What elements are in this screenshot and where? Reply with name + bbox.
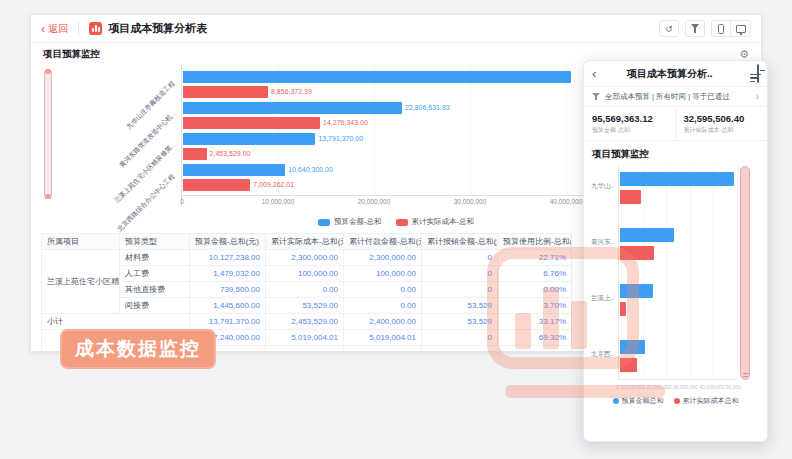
table-cell: 兰溪上苑住宅小区精装修第...	[42, 250, 120, 314]
table-cell: 小计	[42, 314, 190, 330]
table-cell: 0	[422, 266, 498, 282]
category-label: 黄河东..	[591, 238, 614, 247]
panel-section-title: 项目预算监控	[584, 141, 767, 164]
table-cell: 1,479,032.00	[190, 266, 266, 282]
kpi-budget: 95,569,363.12 预算金额-总和	[584, 107, 676, 140]
table-cell: 1,445,600.00	[190, 298, 266, 314]
gridline	[666, 166, 667, 379]
gear-icon[interactable]: ⚙	[739, 48, 749, 61]
legend-swatch	[396, 219, 408, 226]
refresh-icon: ↺	[665, 24, 673, 34]
kpi-budget-value: 95,569,363.12	[592, 113, 667, 124]
x-tick-label: 20,000,000	[358, 198, 391, 205]
category-label: 兰溪上..	[591, 294, 614, 303]
column-header: 累计付款金额-总和(元)	[344, 234, 422, 250]
table-cell: 间接费	[120, 298, 190, 314]
table-cell: 0	[422, 330, 498, 346]
x-tick-label: 40,000,000	[550, 198, 583, 205]
panel-filter-bar[interactable]: 全部成本预算 | 所有时间 | 等于已通过 ›	[584, 87, 767, 107]
kpi-row: 95,569,363.12 预算金额-总和 32,595,506.40 累计实际…	[584, 107, 767, 141]
table-cell: 2,453,529.00	[266, 314, 344, 330]
legend-dot	[613, 398, 619, 404]
table-row: 兰溪上苑住宅小区精装修第...材料费10,127,238.002,300,000…	[42, 250, 572, 266]
actual-bar	[620, 302, 626, 316]
desktop-preview-button[interactable]	[731, 20, 751, 37]
refresh-button[interactable]: ↺	[659, 20, 679, 37]
table-cell: 1,695,320.00	[344, 346, 422, 353]
category-label: 北京西..	[591, 350, 614, 359]
mobile-preview-panel: ‹ 项目成本预算分析.. 全部成本预算 | 所有时间 | 等于已通过 › 95,…	[583, 60, 768, 442]
actual-bar	[183, 86, 268, 98]
calendar-icon	[757, 64, 759, 83]
calendar-button[interactable]	[757, 65, 759, 83]
toolbar-divider	[78, 22, 79, 35]
table-cell: 3.70%	[498, 298, 572, 314]
table-cell: 739,500.00	[190, 282, 266, 298]
legend-item[interactable]: 累计实际成本总和	[674, 396, 739, 406]
budget-bar	[183, 133, 315, 145]
actual-bar	[183, 179, 250, 191]
legend-swatch	[318, 219, 330, 226]
table-cell: 0	[422, 346, 498, 353]
column-header: 预算金额-总和(元)	[190, 234, 266, 250]
table-cell: 53,529	[422, 314, 498, 330]
table-cell: 0.00%	[498, 282, 572, 298]
column-header: 预算使用比例-总和(%)	[498, 234, 572, 250]
budget-bar-label: 22,806,631.83	[405, 102, 450, 114]
datazoom-slider[interactable]	[44, 69, 52, 199]
legend-dot	[674, 398, 680, 404]
x-axis-line	[182, 195, 589, 196]
table-cell: 53,529.00	[266, 298, 344, 314]
toolbar: ‹ 返回 项目成本预算分析表 ↺	[31, 15, 761, 43]
filter-button[interactable]	[685, 20, 705, 37]
actual-bar	[620, 190, 641, 204]
actual-bar	[620, 358, 637, 372]
table-row: 其他直接费739,500.000.000.0000.00%	[42, 282, 572, 298]
kpi-budget-label: 预算金额-总和	[592, 126, 667, 135]
back-label: 返回	[48, 22, 68, 36]
table-cell: 100,000.00	[266, 266, 344, 282]
table-header-row: 所属项目预算类型预算金额-总和(元)累计实际成本-总和(元)累计付款金额-总和(…	[42, 234, 572, 250]
mobile-preview-button[interactable]	[711, 20, 731, 37]
gridline	[566, 65, 567, 195]
table-cell: 56.51%	[498, 346, 572, 353]
budget-bar	[183, 164, 285, 176]
chart-title: 项目预算监控	[43, 48, 100, 61]
kpi-actual-value: 32,595,506.40	[684, 113, 760, 124]
legend-label: 累计实际成本总和	[683, 396, 739, 406]
gridline	[737, 166, 738, 379]
legend-item[interactable]: 预算金额-总和	[318, 217, 382, 227]
panel-title: 项目成本预算分析..	[596, 67, 743, 81]
panel-bar-chart: 0 10,000,000 20,000,000 30,000,000 40,00…	[584, 164, 767, 416]
view-toggle	[711, 20, 751, 37]
table-cell: 0.00	[344, 282, 422, 298]
actual-bar-label: 7,009,262.01	[253, 179, 294, 191]
column-header: 累计报销金额-总和(元)	[422, 234, 498, 250]
column-header: 累计实际成本-总和(元)	[266, 234, 344, 250]
panel-scrollbar[interactable]	[740, 166, 750, 380]
column-header: 预算类型	[120, 234, 190, 250]
table-cell: 其他直接费	[120, 282, 190, 298]
table-cell: 33.17%	[498, 314, 572, 330]
panel-plot-area	[618, 166, 736, 380]
table-cell: 10,127,238.00	[190, 250, 266, 266]
legend-label: 预算金额-总和	[334, 217, 382, 227]
table-cell: 53,529	[422, 298, 498, 314]
gridline	[690, 166, 691, 379]
x-tick-label: 10,000,000	[262, 198, 295, 205]
actual-bar	[620, 246, 654, 260]
table-row: 间接费1,445,600.0053,529.000.0053,5293.70%	[42, 298, 572, 314]
back-button[interactable]: ‹ 返回	[41, 22, 68, 36]
table-cell: 0	[422, 282, 498, 298]
mobile-preview-icon	[718, 24, 724, 34]
table-cell: 13,791,370.00	[190, 314, 266, 330]
table-cell: 0.00	[344, 298, 422, 314]
gridline	[713, 166, 714, 379]
actual-bar-label: 14,276,343.00	[323, 117, 368, 129]
table-row: 小计13,791,370.002,453,529.002,400,000.005…	[42, 314, 572, 330]
legend-item[interactable]: 累计实际成本-总和	[396, 217, 475, 227]
legend-item[interactable]: 预算金额总和	[613, 396, 664, 406]
table-cell: 100,000.00	[344, 266, 422, 282]
category-label: 兰溪上苑住宅小区精装修第..	[113, 141, 177, 205]
filter-text: 全部成本预算 | 所有时间 | 等于已通过	[605, 92, 751, 102]
